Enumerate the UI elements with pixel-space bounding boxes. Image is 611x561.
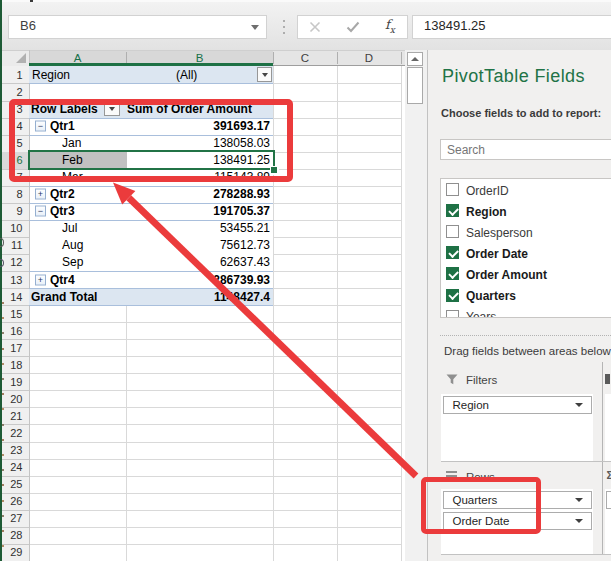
pivot-row-aug[interactable]: Aug75612.73 <box>29 237 273 254</box>
window-edge-artifact <box>2 348 4 350</box>
row-header-17[interactable]: 17 <box>2 339 29 356</box>
filter-dropdown-button[interactable] <box>257 67 272 82</box>
pivot-filter-field: Region <box>32 68 70 82</box>
window-edge-artifact <box>2 484 4 486</box>
window-edge-artifact <box>2 545 4 547</box>
name-box-dropdown-icon[interactable] <box>251 25 259 30</box>
scroll-up-button[interactable] <box>407 52 423 66</box>
gridline <box>29 459 401 460</box>
checkbox-unchecked-icon[interactable] <box>446 225 459 238</box>
row-header-29[interactable]: 29 <box>2 544 29 561</box>
checkbox-checked-icon[interactable] <box>446 267 459 280</box>
filter-dropdown-icon <box>262 73 268 77</box>
field-item-order-amount[interactable]: Order Amount <box>441 265 611 286</box>
window-edge-artifact <box>2 439 4 441</box>
row-header-11[interactable]: 11 <box>2 237 29 254</box>
formula-bar-value: 138491.25 <box>424 18 485 33</box>
window-edge-artifact <box>2 363 4 365</box>
filters-field-region[interactable]: Region <box>443 396 592 414</box>
pane-separator <box>440 335 611 336</box>
row-header-23[interactable]: 23 <box>2 442 29 459</box>
checkbox-checked-icon[interactable] <box>446 246 459 259</box>
row-header-1[interactable]: 1 <box>2 66 29 83</box>
checkbox-checked-icon[interactable] <box>446 204 459 217</box>
enter-icon[interactable] <box>346 21 360 33</box>
select-all-icon[interactable] <box>16 53 26 63</box>
pivot-filter-value: (All) <box>176 68 197 82</box>
pivot-border <box>29 83 273 84</box>
row-header-20[interactable]: 20 <box>2 390 29 407</box>
column-header-d[interactable]: D <box>337 50 401 66</box>
annotation-rect-grid <box>9 99 293 182</box>
row-header-15[interactable]: 15 <box>2 305 29 322</box>
field-item-order-date[interactable]: Order Date <box>441 244 611 265</box>
field-item-region[interactable]: Region <box>441 202 611 223</box>
pivot-row-sep[interactable]: Sep62637.43 <box>29 254 273 271</box>
window-edge-artifact <box>2 393 4 395</box>
pivot-row-label: Qtr2 <box>50 187 75 201</box>
pane-subtitle: Choose fields to add to report: <box>441 107 601 119</box>
gridline <box>29 527 401 528</box>
formula-bar-grip-icon[interactable] <box>283 20 285 22</box>
gridline <box>29 407 401 408</box>
row-header-19[interactable]: 19 <box>2 373 29 390</box>
gridline <box>401 66 402 561</box>
row-header-2[interactable]: 2 <box>2 83 29 100</box>
pivot-row-qtr2[interactable]: +Qtr2278288.93 <box>29 186 273 203</box>
gridline <box>29 476 401 477</box>
field-list[interactable]: OrderIDRegionSalespersonOrder DateOrder … <box>440 178 611 319</box>
field-item-quarters[interactable]: Quarters <box>441 286 611 307</box>
field-item-salesperson[interactable]: Salesperson <box>441 223 611 244</box>
row-header-16[interactable]: 16 <box>2 322 29 339</box>
pivot-row-qtr4[interactable]: +Qtr4286739.93 <box>29 271 273 288</box>
name-box[interactable] <box>8 15 267 39</box>
row-header-27[interactable]: 27 <box>2 510 29 527</box>
rows-zone-border <box>441 554 611 555</box>
field-button-label: Region <box>453 399 489 411</box>
gridline <box>29 424 401 425</box>
field-item-years[interactable]: Years <box>441 307 611 318</box>
checkbox-unchecked-icon[interactable] <box>446 310 459 318</box>
insert-function-icon[interactable]: fx <box>385 17 395 35</box>
row-header-12[interactable]: 12 <box>2 254 29 271</box>
window-edge-artifact <box>2 500 4 502</box>
row-header-22[interactable]: 22 <box>2 424 29 441</box>
pivot-row-label: Grand Total <box>31 290 97 304</box>
row-header-18[interactable]: 18 <box>2 356 29 373</box>
field-search-placeholder: Search <box>447 143 485 157</box>
row-header-14[interactable]: 14 <box>2 288 29 305</box>
expand-icon[interactable]: + <box>35 189 46 200</box>
row-header-26[interactable]: 26 <box>2 493 29 510</box>
field-item-orderid[interactable]: OrderID <box>441 181 611 202</box>
expand-icon[interactable]: + <box>35 274 46 285</box>
pivot-row-label: Aug <box>62 238 83 252</box>
row-header-25[interactable]: 25 <box>2 476 29 493</box>
columns-drop-zone[interactable] <box>605 394 611 461</box>
pivot-row-grand-total[interactable]: Grand Total1148427.4 <box>29 288 273 305</box>
filters-drop-zone[interactable]: Region <box>441 394 593 461</box>
row-header-9[interactable]: 9 <box>2 203 29 220</box>
window-edge-artifact <box>2 332 4 334</box>
row-header-28[interactable]: 28 <box>2 527 29 544</box>
pivot-row-value: 286739.93 <box>213 273 270 287</box>
checkbox-checked-icon[interactable] <box>446 289 459 302</box>
row-header-24[interactable]: 24 <box>2 459 29 476</box>
row-header-13[interactable]: 13 <box>2 271 29 288</box>
row-header-21[interactable]: 21 <box>2 407 29 424</box>
cancel-icon[interactable] <box>309 21 321 33</box>
gridline <box>29 442 401 443</box>
row-header-10[interactable]: 10 <box>2 220 29 237</box>
pivot-row-label: Jul <box>62 221 77 235</box>
checkbox-unchecked-icon[interactable] <box>446 183 459 196</box>
window-edge-artifact <box>2 424 4 426</box>
vertical-scrollbar-thumb[interactable] <box>407 67 423 105</box>
row-header-8[interactable]: 8 <box>2 186 29 203</box>
pivot-row-jul[interactable]: Jul53455.21 <box>29 220 273 237</box>
field-dropdown-icon <box>575 403 583 407</box>
column-header-c[interactable]: C <box>273 50 337 66</box>
values-field-button[interactable] <box>606 491 611 509</box>
collapse-icon[interactable]: − <box>35 206 46 217</box>
pivot-row-qtr3[interactable]: −Qtr3191705.37 <box>29 203 273 220</box>
gridline <box>29 322 401 323</box>
window-edge-artifact <box>2 302 4 304</box>
